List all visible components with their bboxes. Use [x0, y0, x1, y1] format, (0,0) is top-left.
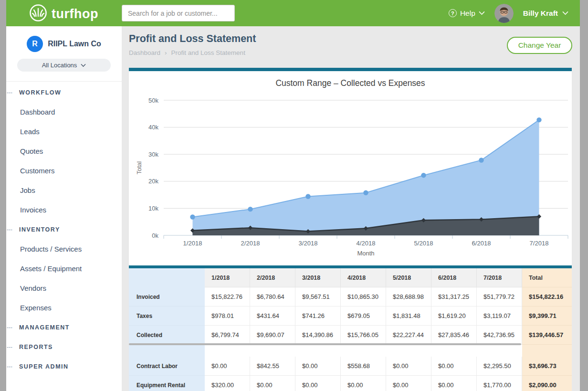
user-name: Billy Kraft: [523, 9, 558, 18]
row-label-taxes: Taxes: [129, 306, 205, 326]
spacer-cell: [250, 345, 295, 357]
sidebar-item-customers[interactable]: Customers: [6, 161, 122, 180]
chevron-down-icon: [479, 11, 485, 15]
pl-table: 1/20182/20183/20184/20185/20186/20187/20…: [129, 268, 572, 391]
value-cell: $2,295.50: [477, 357, 522, 376]
svg-text:Month: Month: [357, 250, 374, 257]
value-cell: $1,831.48: [386, 306, 431, 326]
sidebar-item-expenses[interactable]: Expenses: [6, 298, 122, 317]
value-cell: $320.00: [205, 376, 250, 391]
change-year-button[interactable]: Change Year: [507, 37, 572, 54]
sidebar-section-reports: ---REPORTS: [6, 337, 122, 357]
value-cell: $28,688.98: [386, 287, 431, 306]
value-cell: $9,567.51: [295, 287, 341, 306]
breadcrumb-separator-icon: ›: [165, 49, 167, 56]
sidebar-section-super-admin: ---SUPER ADMIN: [6, 357, 122, 376]
row-label-collected: Collected: [129, 326, 205, 345]
svg-text:30k: 30k: [148, 151, 158, 158]
spacer-cell: [386, 345, 431, 357]
sidebar-item-assets-equipment[interactable]: Assets / Equipment: [6, 259, 122, 278]
value-cell: $842.55: [250, 357, 295, 376]
user-menu[interactable]: Billy Kraft: [523, 9, 568, 18]
section-dash-icon: ---: [6, 344, 19, 350]
section-label: INVENTORY: [19, 226, 60, 233]
svg-text:6/2018: 6/2018: [472, 240, 491, 247]
value-cell: $0.00: [295, 376, 341, 391]
spacer-cell: [477, 345, 522, 357]
sidebar-item-leads[interactable]: Leads: [6, 122, 122, 141]
topbar: turfhop ? Help: [6, 0, 580, 26]
app-logo[interactable]: turfhop: [29, 4, 98, 24]
sidebar: R RIIPL Lawn Co All Locations ---WORKFLO…: [6, 26, 122, 391]
section-dash-icon: ---: [6, 363, 19, 370]
value-cell: $22,227.44: [386, 326, 431, 345]
spacer-cell: [205, 345, 250, 357]
sidebar-section-management: ---MANAGEMENT: [6, 317, 122, 337]
column-header-6-2018: 6/2018: [431, 268, 477, 287]
svg-text:1/2018: 1/2018: [183, 240, 202, 247]
section-dash-icon: ---: [6, 324, 19, 331]
main-content: Profit and Loss Statement Dashboard › Pr…: [122, 26, 580, 391]
table-horizontal-scrollbar[interactable]: [129, 343, 521, 345]
svg-text:20k: 20k: [148, 178, 158, 185]
breadcrumb: Dashboard › Profit and Loss Statement: [129, 49, 245, 56]
sidebar-item-vendors[interactable]: Vendors: [6, 278, 122, 298]
spacer-cell: [341, 345, 386, 357]
chart-title: Custom Range – Collected vs Expenses: [129, 78, 572, 88]
search-input[interactable]: [122, 5, 235, 21]
breadcrumb-current: Profit and Loss Statement: [171, 49, 245, 56]
location-filter-label: All Locations: [42, 62, 77, 69]
value-cell: $741.26: [295, 306, 341, 326]
total-cell: $2,090.00: [522, 376, 572, 391]
sidebar-section-workflow: ---WORKFLOW: [6, 83, 122, 102]
org-logo: R: [27, 36, 43, 52]
sidebar-item-invoices[interactable]: Invoices: [6, 200, 122, 220]
value-cell: $31,317.25: [431, 287, 477, 306]
help-label: Help: [460, 9, 475, 18]
table-corner-cell: [129, 268, 205, 287]
value-cell: $6,799.74: [205, 326, 250, 345]
section-label: WORKFLOW: [19, 89, 61, 96]
total-cell: $154,822.16: [522, 287, 572, 306]
value-cell: $6,780.64: [250, 287, 295, 306]
value-cell: $3,119.07: [477, 306, 522, 326]
section-label: MANAGEMENT: [19, 324, 70, 331]
help-menu[interactable]: ? Help: [449, 9, 485, 18]
org-selector[interactable]: R RIIPL Lawn Co: [6, 36, 122, 52]
value-cell: $9,690.07: [250, 326, 295, 345]
total-cell: $3,696.73: [522, 357, 572, 376]
spacer-cell: [522, 345, 572, 357]
page-title: Profit and Loss Statement: [129, 33, 256, 45]
row-label-equipment-rental: Equipment Rental: [129, 376, 205, 391]
column-header-total: Total: [522, 268, 572, 287]
value-cell: $14,390.86: [295, 326, 341, 345]
svg-text:0k: 0k: [152, 232, 158, 239]
app-window: turfhop ? Help: [6, 0, 580, 391]
svg-text:7/2018: 7/2018: [530, 240, 549, 247]
turfhop-grass-icon: [29, 4, 47, 24]
value-cell: $15,822.76: [205, 287, 250, 306]
value-cell: $0.00: [295, 357, 341, 376]
sidebar-item-dashboard[interactable]: Dashboard: [6, 102, 122, 122]
sidebar-item-products-services[interactable]: Products / Services: [6, 239, 122, 259]
column-header-3-2018: 3/2018: [295, 268, 341, 287]
sidebar-item-jobs[interactable]: Jobs: [6, 180, 122, 200]
column-header-2-2018: 2/2018: [250, 268, 295, 287]
help-icon: ?: [449, 9, 457, 17]
value-cell: $1,770.00: [477, 376, 522, 391]
section-label: REPORTS: [19, 344, 53, 350]
window-left-scrollbar[interactable]: [0, 0, 6, 391]
org-name: RIIPL Lawn Co: [48, 40, 101, 48]
window-right-scrollbar[interactable]: [580, 0, 588, 391]
location-filter[interactable]: All Locations: [17, 59, 111, 72]
logo-text: turfhop: [52, 7, 98, 21]
svg-text:10k: 10k: [148, 205, 158, 212]
column-header-5-2018: 5/2018: [386, 268, 431, 287]
value-cell: $978.01: [205, 306, 250, 326]
sidebar-item-quotes[interactable]: Quotes: [6, 141, 122, 161]
column-header-4-2018: 4/2018: [341, 268, 386, 287]
user-avatar[interactable]: [494, 4, 514, 23]
svg-text:3/2018: 3/2018: [299, 240, 318, 247]
section-label: SUPER ADMIN: [19, 363, 69, 370]
breadcrumb-dashboard[interactable]: Dashboard: [129, 49, 160, 56]
